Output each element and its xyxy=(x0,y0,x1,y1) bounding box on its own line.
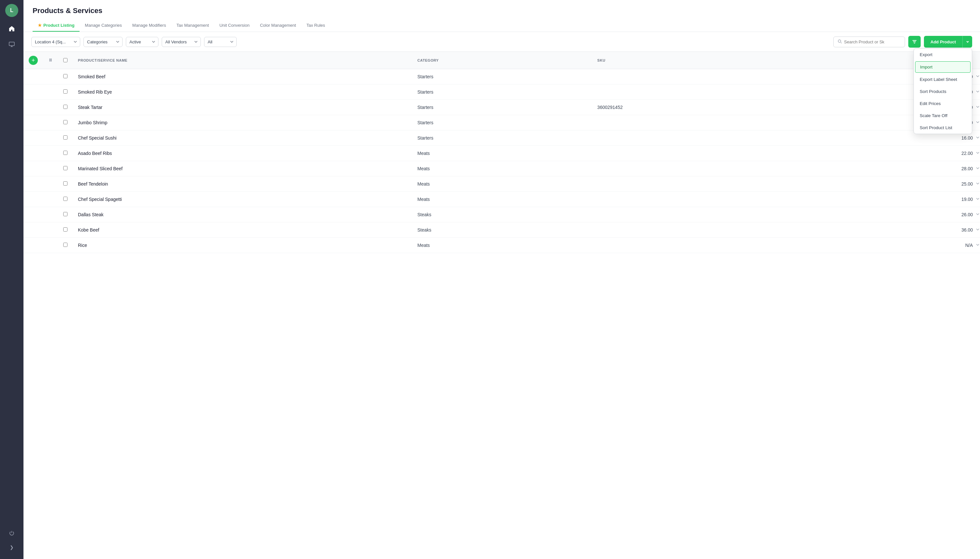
row-checkbox[interactable] xyxy=(63,136,68,140)
tab-product-listing[interactable]: ★Product Listing xyxy=(33,20,79,31)
row-checkbox-cell xyxy=(58,131,73,146)
table-row: Jumbo Shrimp Starters 14.00 xyxy=(23,115,980,131)
row-checkbox[interactable] xyxy=(63,181,68,185)
row-category: Meats xyxy=(412,238,592,253)
row-checkbox-cell xyxy=(58,192,73,207)
home-icon[interactable] xyxy=(5,22,18,35)
svg-rect-0 xyxy=(9,42,14,46)
all-filter[interactable]: All xyxy=(204,37,237,47)
row-expand-button[interactable] xyxy=(975,135,980,141)
row-expand-button[interactable] xyxy=(975,74,980,79)
row-checkbox[interactable] xyxy=(63,150,68,155)
row-category: Starters xyxy=(412,115,592,131)
row-product-name: Beef Tendeloin xyxy=(73,177,412,192)
svg-point-2 xyxy=(49,59,50,60)
tab-color-management[interactable]: Color Management xyxy=(255,20,301,31)
col-checkbox xyxy=(58,52,73,69)
row-checkbox[interactable] xyxy=(63,197,68,201)
dropdown-item-export-label-sheet[interactable]: Export Label Sheet xyxy=(914,73,972,86)
table-row: Chef Special Sushi Starters 16.00 xyxy=(23,131,980,146)
row-drag-cell xyxy=(43,207,58,222)
add-product-dropdown-button[interactable] xyxy=(962,36,972,48)
sidebar: L ❯ xyxy=(0,0,23,559)
power-icon[interactable] xyxy=(5,526,18,539)
row-category: Starters xyxy=(412,100,592,115)
status-filter[interactable]: Active xyxy=(126,37,158,47)
row-checkbox[interactable] xyxy=(63,212,68,216)
row-expand-button[interactable] xyxy=(975,166,980,172)
dropdown-item-sort-products[interactable]: Sort Products xyxy=(914,86,972,98)
dropdown-item-import[interactable]: Import xyxy=(915,61,970,73)
row-checkbox[interactable] xyxy=(63,243,68,247)
row-expand-button[interactable] xyxy=(975,150,980,156)
table-row: Dallas Steak Steaks 26.00 xyxy=(23,207,980,222)
tab-unit-conversion[interactable]: Unit Conversion xyxy=(214,20,255,31)
row-price: 36.00 xyxy=(795,222,980,238)
row-expand-button[interactable] xyxy=(975,120,980,126)
row-checkbox[interactable] xyxy=(63,89,68,94)
svg-point-6 xyxy=(49,61,50,61)
row-sku xyxy=(592,207,795,222)
row-category: Meats xyxy=(412,146,592,161)
row-expand-button[interactable] xyxy=(975,212,980,218)
table-row: Rice Meats N/A xyxy=(23,238,980,253)
row-product-name: Smoked Rib Eye xyxy=(73,84,412,100)
dropdown-item-sort-product-list[interactable]: Sort Product List xyxy=(914,122,972,134)
row-sku xyxy=(592,115,795,131)
row-price: 22.00 xyxy=(795,146,980,161)
location-filter[interactable]: Location 4 (Sq... xyxy=(31,37,80,47)
dropdown-item-edit-prices[interactable]: Edit Prices xyxy=(914,98,972,109)
vendor-filter[interactable]: All Vendors xyxy=(162,37,201,47)
row-drag-cell xyxy=(43,192,58,207)
row-expand-button[interactable] xyxy=(975,227,980,233)
row-sku xyxy=(592,161,795,177)
row-expand-button[interactable] xyxy=(975,196,980,202)
tab-tax-rules[interactable]: Tax Rules xyxy=(301,20,330,31)
row-sku xyxy=(592,222,795,238)
search-input[interactable] xyxy=(844,40,901,45)
row-sku xyxy=(592,192,795,207)
row-sku xyxy=(592,69,795,84)
category-filter[interactable]: Categories xyxy=(84,37,122,47)
row-product-name: Smoked Beef xyxy=(73,69,412,84)
products-table: + PRODUCT/SERVICE NAME CATEGORY xyxy=(23,52,980,253)
collapse-sidebar-button[interactable]: ❯ xyxy=(7,542,16,552)
row-product-name: Rice xyxy=(73,238,412,253)
row-add-cell xyxy=(23,177,43,192)
row-checkbox[interactable] xyxy=(63,227,68,232)
row-expand-button[interactable] xyxy=(975,242,980,248)
row-drag-cell xyxy=(43,161,58,177)
row-checkbox[interactable] xyxy=(63,166,68,170)
row-product-name: Marinated Sliced Beef xyxy=(73,161,412,177)
add-product-button[interactable]: Add Product xyxy=(924,36,962,48)
tab-manage-categories[interactable]: Manage Categories xyxy=(79,20,127,31)
dropdown-item-export[interactable]: Export xyxy=(914,49,972,61)
row-expand-button[interactable] xyxy=(975,104,980,110)
select-all-checkbox[interactable] xyxy=(63,58,68,62)
row-expand-button[interactable] xyxy=(975,89,980,95)
col-product-name: PRODUCT/SERVICE NAME xyxy=(73,52,412,69)
user-avatar[interactable]: L xyxy=(5,4,18,17)
row-expand-button[interactable] xyxy=(975,181,980,187)
search-box xyxy=(833,36,905,47)
tab-manage-modifiers[interactable]: Manage Modifiers xyxy=(127,20,171,31)
row-checkbox[interactable] xyxy=(63,74,68,78)
row-checkbox[interactable] xyxy=(63,105,68,109)
nav-tabs: ★Product ListingManage CategoriesManage … xyxy=(33,20,971,31)
row-category: Steaks xyxy=(412,222,592,238)
row-checkbox-cell xyxy=(58,238,73,253)
row-product-name: Chef Special Sushi xyxy=(73,131,412,146)
sort-button[interactable] xyxy=(908,36,921,48)
row-drag-cell xyxy=(43,69,58,84)
row-add-cell xyxy=(23,115,43,131)
add-row-button[interactable]: + xyxy=(29,56,38,65)
monitor-icon[interactable] xyxy=(5,38,18,51)
row-category: Meats xyxy=(412,177,592,192)
page-header: Products & Services ★Product ListingMana… xyxy=(23,0,980,32)
row-checkbox[interactable] xyxy=(63,120,68,124)
tab-tax-management[interactable]: Tax Management xyxy=(171,20,214,31)
row-price: 25.00 xyxy=(795,177,980,192)
svg-point-5 xyxy=(51,60,51,60)
dropdown-menu: ExportImportExport Label SheetSort Produ… xyxy=(914,48,972,134)
dropdown-item-scale-tare-off[interactable]: Scale Tare Off xyxy=(914,109,972,122)
